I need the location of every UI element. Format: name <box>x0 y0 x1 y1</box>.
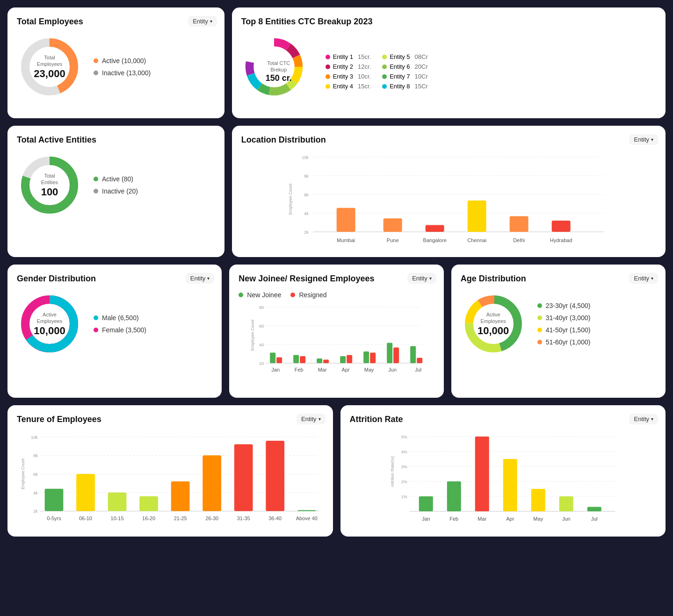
active-entities-chart: TotalEntities 100 Active (80) Inactive (… <box>17 152 215 218</box>
total-employees-donut: TotalEmployees 23,000 <box>17 34 82 100</box>
age-distribution-card: Age Distribution Entity ▾ ActiveEmployee… <box>451 265 666 398</box>
svg-text:3%: 3% <box>401 465 407 469</box>
svg-text:Jan: Jan <box>272 367 280 372</box>
svg-text:Mumbai: Mumbai <box>337 237 355 243</box>
gender-donut: ActiveEmployees 10,000 <box>17 291 82 357</box>
svg-text:Employee Count: Employee Count <box>250 319 255 351</box>
joinee-resigned-card: New Joinee/ Resigned Employees Entity ▾ … <box>229 265 443 398</box>
svg-text:Above 40: Above 40 <box>296 516 318 521</box>
svg-text:31-35: 31-35 <box>237 516 250 521</box>
svg-text:6k: 6k <box>33 472 38 477</box>
gender-title: Gender Distribution <box>17 274 212 284</box>
svg-text:Jul: Jul <box>591 516 597 522</box>
svg-rect-119 <box>503 459 517 511</box>
svg-text:36-40: 36-40 <box>268 516 282 521</box>
svg-text:40: 40 <box>259 343 264 347</box>
svg-text:Employee Count: Employee Count <box>21 458 25 489</box>
total-employees-chart: TotalEmployees 23,000 Active (10,000) In… <box>17 34 215 100</box>
location-title: Location Distribution <box>241 135 656 145</box>
svg-text:20: 20 <box>259 361 264 366</box>
svg-rect-29 <box>551 221 570 232</box>
active-entities-donut: TotalEntities 100 <box>17 152 82 218</box>
total-active-entities-title: Total Active Entities <box>17 135 215 145</box>
attrition-entity-dropdown[interactable]: Entity ▾ <box>629 414 658 424</box>
svg-text:06-10: 06-10 <box>79 516 92 521</box>
svg-text:Pune: Pune <box>386 237 398 243</box>
location-entity-dropdown[interactable]: Entity ▾ <box>629 134 658 145</box>
svg-text:2k: 2k <box>304 230 309 235</box>
svg-text:6k: 6k <box>304 193 309 197</box>
svg-text:5%: 5% <box>401 435 407 439</box>
svg-text:Hydrabad: Hydrabad <box>550 237 572 243</box>
svg-text:8k: 8k <box>304 174 309 179</box>
ctc-title: Top 8 Entities CTC Breakup 2023 <box>241 17 656 27</box>
age-entity-dropdown[interactable]: Entity ▾ <box>629 273 658 284</box>
svg-text:1%: 1% <box>401 494 407 499</box>
svg-text:21-25: 21-25 <box>174 516 187 521</box>
svg-text:Jan: Jan <box>421 516 430 522</box>
tenure-entity-dropdown[interactable]: Entity ▾ <box>297 414 326 424</box>
svg-text:80: 80 <box>259 305 264 310</box>
svg-rect-26 <box>425 225 444 232</box>
svg-rect-58 <box>387 343 392 364</box>
svg-rect-55 <box>347 355 352 364</box>
svg-rect-60 <box>410 346 416 364</box>
tenure-card: Tenure of Employees Entity ▾ 10k 8k 6k 4… <box>7 405 333 537</box>
svg-text:60: 60 <box>259 324 264 329</box>
svg-text:Apr: Apr <box>506 516 514 522</box>
svg-text:Delhi: Delhi <box>513 237 525 243</box>
svg-text:Apr: Apr <box>342 367 350 372</box>
svg-text:10-15: 10-15 <box>111 516 124 521</box>
location-distribution-card: Location Distribution Entity ▾ 10k 8k 6k <box>232 126 666 257</box>
svg-text:Jun: Jun <box>562 516 570 522</box>
svg-rect-116 <box>419 496 433 511</box>
joinee-entity-dropdown[interactable]: Entity ▾ <box>407 273 436 284</box>
svg-text:10k: 10k <box>302 155 309 160</box>
svg-text:Employee Count: Employee Count <box>288 183 292 215</box>
svg-rect-27 <box>467 201 486 232</box>
svg-rect-117 <box>447 481 461 511</box>
svg-text:26-30: 26-30 <box>205 516 218 521</box>
svg-text:8k: 8k <box>33 453 38 458</box>
ctc-legend: Entity 1 15cr. Entity 5 08Cr Entity 2 12… <box>326 53 428 90</box>
svg-text:May: May <box>364 367 374 372</box>
svg-text:2%: 2% <box>401 480 407 484</box>
gender-entity-dropdown[interactable]: Entity ▾ <box>186 273 215 284</box>
svg-rect-51 <box>300 356 305 363</box>
svg-rect-61 <box>417 358 422 364</box>
svg-text:16-20: 16-20 <box>142 516 155 521</box>
svg-rect-88 <box>139 496 158 511</box>
attrition-rate-card: Attrition Rate Entity ▾ 5% 4% 3% 2% 1% <box>340 405 666 537</box>
gender-distribution-card: Gender Distribution Entity ▾ ActiveEmplo… <box>7 265 222 398</box>
ctc-donut: Total CTCBrekup 150 cr. <box>241 34 316 109</box>
joinee-title: New Joinee/ Resigned Employees <box>239 274 434 284</box>
svg-text:Attrition Rate(%): Attrition Rate(%) <box>390 456 394 487</box>
svg-rect-93 <box>297 510 316 511</box>
svg-text:Feb: Feb <box>295 367 304 372</box>
svg-rect-120 <box>531 489 545 511</box>
svg-rect-87 <box>108 493 127 511</box>
svg-text:Bangalore: Bangalore <box>423 237 446 243</box>
location-chart: 10k 8k 6k 4k 2k <box>241 152 656 248</box>
svg-rect-28 <box>509 216 528 232</box>
svg-rect-118 <box>475 437 489 511</box>
attrition-title: Attrition Rate <box>350 415 657 424</box>
svg-rect-56 <box>363 351 369 363</box>
svg-rect-49 <box>276 358 282 364</box>
svg-rect-92 <box>266 441 284 511</box>
svg-text:10k: 10k <box>31 435 38 440</box>
svg-rect-50 <box>293 355 299 364</box>
svg-text:May: May <box>533 516 543 522</box>
svg-rect-90 <box>203 455 221 511</box>
age-donut: ActiveEmployees 10,000 <box>461 291 526 357</box>
svg-text:Jul: Jul <box>415 367 421 372</box>
svg-text:0-5yrs: 0-5yrs <box>47 516 61 521</box>
total-employees-entity-dropdown[interactable]: Entity ▾ <box>188 16 217 27</box>
total-employees-legend: Active (10,000) Inactive (13,000) <box>94 57 151 77</box>
svg-text:Jun: Jun <box>389 367 397 372</box>
svg-rect-48 <box>270 353 275 364</box>
svg-text:4%: 4% <box>401 450 407 454</box>
svg-text:2k: 2k <box>33 509 38 514</box>
svg-rect-52 <box>317 358 322 363</box>
svg-rect-86 <box>76 474 95 511</box>
